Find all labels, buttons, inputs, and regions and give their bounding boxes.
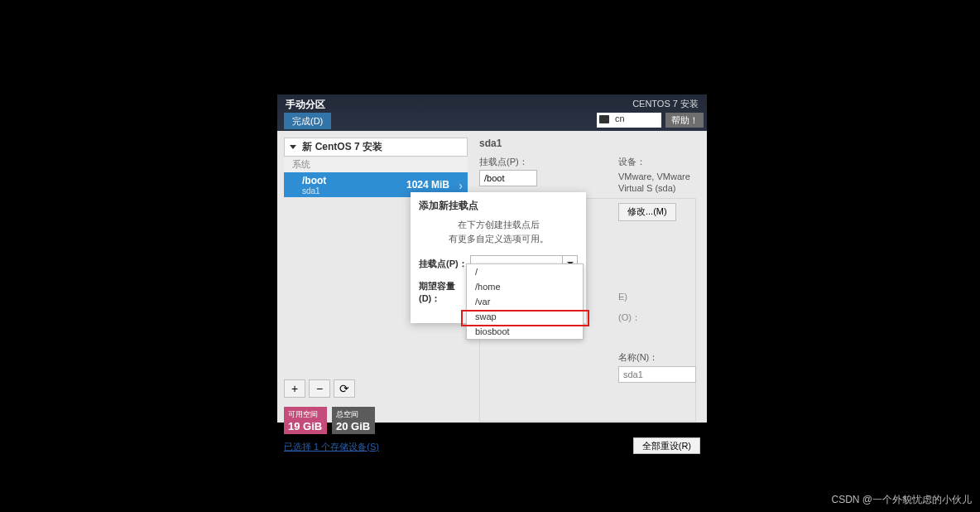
name-column: 名称(N)： <box>618 351 697 383</box>
caret-down-icon <box>290 145 296 149</box>
reload-button[interactable]: ⟳ <box>334 379 355 398</box>
free-label: 可用空间 <box>288 410 318 418</box>
device-label: 设备： <box>618 156 697 168</box>
mount-size: 1024 MiB <box>406 179 449 191</box>
chevron-right-icon: › <box>459 179 463 192</box>
free-space-box: 可用空间 19 GiB <box>284 407 327 434</box>
mount-dropdown: / /home /var swap biosboot <box>466 263 584 340</box>
titlebar: 手动分区 完成(D) CENTOS 7 安装 cn 帮助！ <box>277 94 707 131</box>
lang-text: cn <box>615 114 625 123</box>
device-name: VMware, VMware Virtual S (sda) <box>618 171 697 195</box>
capacity-label: 期望容量(D)： <box>419 280 470 305</box>
dd-swap[interactable]: swap <box>467 309 583 324</box>
volgroup-hint: (O)： <box>618 312 641 324</box>
partition-toolbar: + − ⟳ <box>284 379 355 398</box>
total-space-box: 总空间 20 GiB <box>332 407 375 434</box>
reset-all-button[interactable]: 全部重设(R) <box>633 437 700 454</box>
storage-devices-link[interactable]: 已选择 1 个存储设备(S) <box>284 441 379 453</box>
modify-button[interactable]: 修改...(M) <box>618 203 676 221</box>
total-label: 总空间 <box>336 410 358 418</box>
name-input[interactable] <box>618 366 696 383</box>
dd-home[interactable]: /home <box>467 279 583 294</box>
add-button[interactable]: + <box>284 379 305 398</box>
dd-root[interactable]: / <box>467 264 583 279</box>
dd-biosboot[interactable]: biosboot <box>467 324 583 339</box>
product-label: CENTOS 7 安装 <box>632 98 699 110</box>
encrypt-hint: E) <box>618 292 627 302</box>
keyboard-icon <box>599 115 609 123</box>
name-label: 名称(N)： <box>618 351 697 364</box>
done-button[interactable]: 完成(D) <box>284 113 331 129</box>
remove-button[interactable]: − <box>309 379 330 398</box>
subgroup-system: 系统 <box>284 157 468 172</box>
partition-title: sda1 <box>479 138 696 149</box>
mount-label: 挂载点(P)： <box>419 258 470 270</box>
page-title: 手动分区 <box>286 98 325 112</box>
help-button[interactable]: 帮助！ <box>665 113 704 128</box>
install-group[interactable]: 新 CentOS 7 安装 <box>284 138 468 157</box>
partition-list: 新 CentOS 7 安装 系统 /boot sda1 1024 MiB › <box>284 138 468 197</box>
watermark: CSDN @一个外貌忧虑的小伙儿 <box>831 493 972 507</box>
keyboard-layout[interactable]: cn <box>597 113 661 128</box>
dialog-title: 添加新挂载点 <box>411 192 586 216</box>
dialog-description: 在下方创建挂载点后 有更多自定义选项可用。 <box>411 216 586 254</box>
device-column: 设备： VMware, VMware Virtual S (sda) 修改...… <box>618 156 697 221</box>
total-value: 20 GiB <box>336 420 371 432</box>
dd-var[interactable]: /var <box>467 294 583 309</box>
free-value: 19 GiB <box>288 420 323 432</box>
group-title: 新 CentOS 7 安装 <box>302 141 382 152</box>
mount-input[interactable] <box>479 170 537 186</box>
space-summary: 可用空间 19 GiB 总空间 20 GiB <box>284 407 375 434</box>
